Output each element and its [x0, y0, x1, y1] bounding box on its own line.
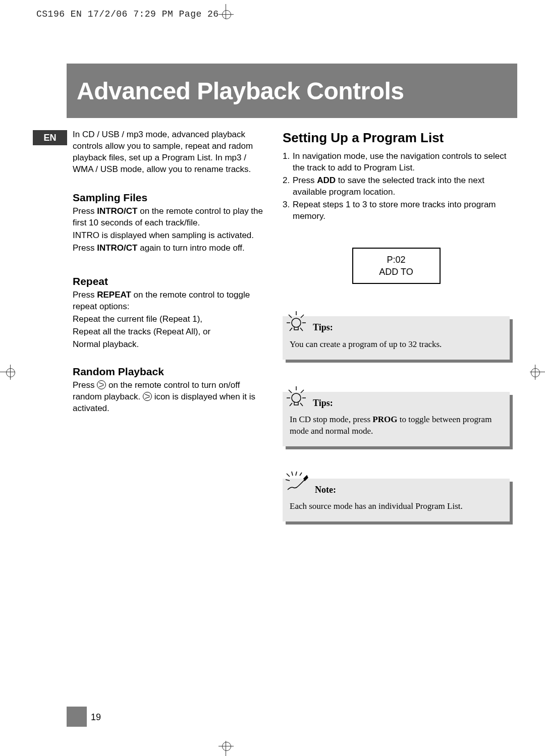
text: Press	[73, 380, 97, 390]
text: Press	[73, 290, 97, 300]
lcd-line: ADD TO	[353, 266, 440, 278]
button-reference: PROG	[372, 415, 397, 424]
svg-line-15	[300, 403, 303, 406]
intro-paragraph: In CD / USB / mp3 mode, advanced playbac…	[73, 129, 264, 176]
random-icon	[143, 392, 152, 401]
random-icon	[97, 380, 106, 389]
svg-line-10	[289, 390, 292, 393]
svg-line-14	[290, 403, 292, 406]
page-number-box	[67, 707, 87, 727]
svg-line-11	[301, 390, 304, 393]
tip-label: Tips:	[313, 321, 333, 333]
page-number: 19	[91, 712, 101, 723]
svg-line-19	[300, 473, 302, 476]
tip-body: You can create a program of up to 32 tra…	[290, 339, 503, 351]
svg-line-17	[292, 472, 293, 476]
svg-line-20	[286, 480, 290, 481]
button-reference: ADD	[317, 176, 336, 185]
language-badge: EN	[33, 130, 67, 145]
repeat-heading: Repeat	[73, 274, 264, 288]
sampling-text: INTRO is displayed when sampling is acti…	[73, 230, 264, 242]
hand-writing-icon	[285, 470, 311, 496]
lightbulb-icon	[284, 309, 309, 334]
text: In CD stop mode, press	[290, 415, 372, 424]
note-body: Each source mode has an individual Progr…	[290, 501, 503, 512]
program-heading: Setting Up a Program List	[283, 129, 510, 147]
random-heading: Random Playback	[73, 365, 264, 379]
left-column: In CD / USB / mp3 mode, advanced playbac…	[73, 129, 264, 416]
title-bar: Advanced Playback Controls	[67, 64, 517, 118]
text: again to turn intro mode off.	[137, 243, 244, 253]
sampling-text: Press INTRO/CT on the remote control to …	[73, 206, 264, 229]
step-text: Press ADD to save the selected track int…	[293, 175, 510, 198]
crop-mark-icon	[219, 4, 234, 19]
step-text: Repeat steps 1 to 3 to store more tracks…	[293, 199, 510, 222]
list-item: 3.Repeat steps 1 to 3 to store more trac…	[283, 199, 510, 222]
svg-line-16	[287, 474, 290, 477]
text: Press	[293, 176, 317, 185]
svg-line-18	[296, 472, 297, 476]
svg-point-8	[292, 393, 301, 402]
svg-point-0	[292, 318, 301, 327]
repeat-text: Repeat all the tracks (Repeat All), or	[73, 326, 264, 338]
lcd-line: P:02	[353, 254, 440, 266]
repeat-text: Press REPEAT on the remote control to to…	[73, 289, 264, 313]
svg-line-2	[289, 315, 292, 318]
tip-box: Tips: In CD stop mode, press PROG to tog…	[283, 392, 510, 446]
sampling-text: Press INTRO/CT again to turn intro mode …	[73, 243, 264, 254]
tip-label: Tips:	[313, 397, 333, 409]
sampling-heading: Sampling Files	[73, 191, 264, 205]
step-text: In navigation mode, use the navigation c…	[293, 151, 510, 174]
page-title: Advanced Playback Controls	[77, 77, 404, 105]
right-column: Setting Up a Program List 1.In navigatio…	[283, 129, 510, 521]
crop-mark-icon	[0, 365, 15, 380]
lcd-display-box: P:02 ADD TO	[352, 248, 441, 284]
button-reference: INTRO/CT	[97, 206, 137, 216]
tip-box: Tips: You can create a program of up to …	[283, 316, 510, 359]
text: Press	[73, 243, 97, 253]
list-item: 1.In navigation mode, use the navigation…	[283, 151, 510, 174]
crop-mark-icon	[219, 741, 234, 756]
note-label: Note:	[315, 484, 336, 496]
text: Press	[73, 206, 97, 216]
svg-line-3	[301, 315, 304, 318]
random-text: Press on the remote control to turn on/o…	[73, 380, 264, 415]
list-item: 2.Press ADD to save the selected track i…	[283, 175, 510, 198]
tip-body: In CD stop mode, press PROG to toggle be…	[290, 414, 503, 437]
svg-line-7	[300, 328, 303, 331]
note-box: Note: Each source mode has an individual…	[283, 479, 510, 521]
repeat-text: Normal playback.	[73, 339, 264, 351]
print-header-meta: CS196 EN 17/2/06 7:29 PM Page 26	[36, 9, 219, 19]
button-reference: REPEAT	[97, 290, 131, 300]
repeat-text: Repeat the current file (Repeat 1),	[73, 314, 264, 325]
svg-line-6	[290, 328, 292, 331]
crop-mark-icon	[530, 365, 545, 380]
button-reference: INTRO/CT	[97, 243, 137, 253]
lightbulb-icon	[284, 384, 309, 409]
